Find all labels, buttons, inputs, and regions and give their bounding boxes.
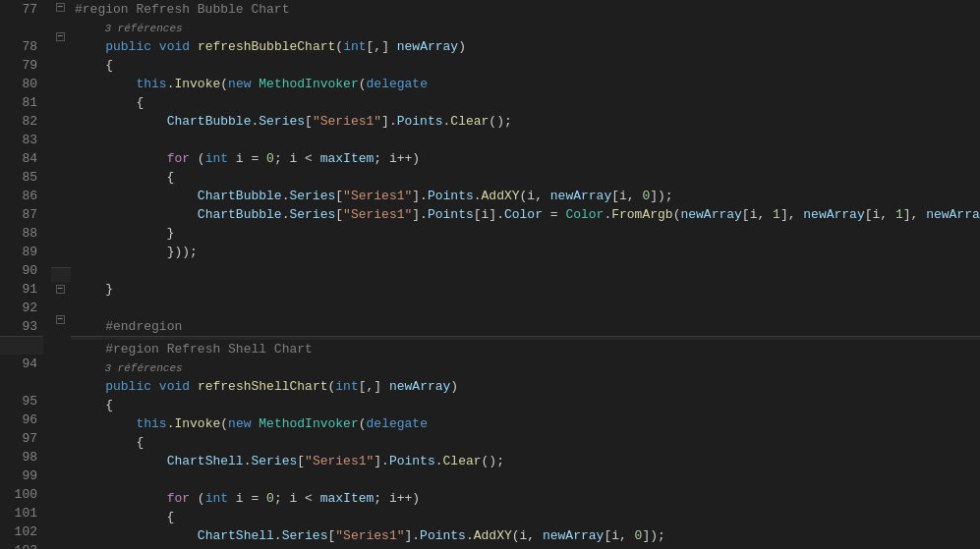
token: Points xyxy=(397,114,443,129)
line-number: 79 xyxy=(0,56,43,75)
token: ( xyxy=(190,151,205,166)
token: [,] xyxy=(359,379,389,394)
token xyxy=(75,245,167,259)
token: newArray xyxy=(389,379,450,394)
token: { xyxy=(75,170,174,185)
line-num-text: 92 xyxy=(22,299,37,317)
token: for xyxy=(167,151,190,166)
line-number: 81 xyxy=(0,93,43,112)
fold-cell[interactable]: − xyxy=(51,29,71,44)
token: i = xyxy=(228,151,266,166)
token: . xyxy=(167,416,175,431)
line-num-text: 94 xyxy=(22,355,37,373)
code-line: { xyxy=(71,508,980,526)
fold-cell[interactable]: − xyxy=(51,0,71,15)
token xyxy=(151,39,159,54)
token: [i, xyxy=(865,207,895,222)
line-num-text: 96 xyxy=(22,411,37,429)
token: Color xyxy=(565,207,604,222)
fold-marker-icon[interactable]: − xyxy=(56,315,65,324)
token: Series xyxy=(282,528,328,543)
line-num-text: 80 xyxy=(22,75,37,93)
token: 1 xyxy=(773,207,780,222)
token: AddXY xyxy=(474,528,512,543)
token: Points xyxy=(389,454,435,468)
token: . xyxy=(251,114,259,129)
token: ( xyxy=(673,207,681,222)
fold-cell xyxy=(51,534,71,549)
line-number: 102 xyxy=(0,522,43,541)
line-number: 103 xyxy=(0,541,43,549)
line-number: 101 xyxy=(0,504,43,522)
fold-marker-icon[interactable]: − xyxy=(56,285,65,294)
code-line: { xyxy=(71,56,980,75)
token: 0 xyxy=(266,491,274,506)
line-num-text: 77 xyxy=(22,0,37,19)
token: delegate xyxy=(367,77,428,91)
line-number: 84 xyxy=(0,149,43,168)
line-num-text: 90 xyxy=(22,261,37,280)
fold-cell xyxy=(51,415,71,430)
fold-gutter[interactable]: −−−− xyxy=(51,0,71,549)
fold-cell xyxy=(51,505,71,520)
token: public xyxy=(105,39,151,54)
token xyxy=(75,39,105,54)
token: for xyxy=(167,491,190,506)
token: ) xyxy=(450,379,458,394)
token: Invoke xyxy=(174,77,220,91)
fold-cell[interactable]: − xyxy=(51,312,71,327)
token xyxy=(75,151,167,166)
token: maxItem xyxy=(320,491,375,506)
code-line: ChartShell.Series["Series1"].Points[i].C… xyxy=(71,545,980,549)
token: void xyxy=(159,39,190,54)
token: [ xyxy=(297,454,305,468)
fold-marker-icon[interactable]: − xyxy=(56,3,65,12)
code-line: #endregion xyxy=(71,317,980,336)
fold-cell xyxy=(51,386,71,401)
token xyxy=(75,319,105,334)
token: . xyxy=(604,207,611,222)
token: [,] xyxy=(367,39,397,54)
token: . xyxy=(274,528,282,543)
token: Points xyxy=(420,528,466,543)
token: Clear xyxy=(450,114,489,129)
token: . xyxy=(167,77,175,91)
token: ]. xyxy=(405,528,421,543)
token: MethodInvoker xyxy=(259,77,358,91)
token: ( xyxy=(335,39,343,54)
code-line: #region Refresh Bubble Chart xyxy=(71,0,980,19)
token: ]. xyxy=(412,207,428,222)
token: ( xyxy=(359,416,367,431)
token: ( xyxy=(220,416,228,431)
code-line: 3 références xyxy=(71,19,980,37)
token: 0 xyxy=(266,151,274,166)
token xyxy=(75,207,198,222)
line-num-text: 83 xyxy=(22,131,37,149)
token xyxy=(75,77,136,91)
fold-cell xyxy=(51,75,71,89)
line-num-text: 100 xyxy=(15,485,37,504)
token: #region xyxy=(75,2,129,17)
token: (); xyxy=(482,454,504,468)
line-number: 91 xyxy=(0,280,43,299)
fold-cell xyxy=(51,252,71,267)
fold-cell[interactable]: − xyxy=(51,282,71,297)
code-line: ChartBubble.Series["Series1"].Points[i].… xyxy=(71,205,980,224)
token: ) xyxy=(458,39,466,54)
token: Clear xyxy=(443,454,482,468)
token: { xyxy=(75,58,113,73)
token: ], xyxy=(903,207,926,222)
token: } xyxy=(75,282,113,297)
fold-cell xyxy=(51,163,71,178)
token: newArray xyxy=(550,189,611,203)
token: "Series1" xyxy=(305,454,374,468)
line-num-text: 91 xyxy=(22,280,37,299)
token: int xyxy=(335,379,358,394)
fold-marker-icon[interactable]: − xyxy=(56,32,65,41)
fold-cell xyxy=(51,134,71,148)
token: . xyxy=(474,189,482,203)
code-line: ChartBubble.Series["Series1"].Points.Add… xyxy=(71,187,980,205)
line-num-text: 84 xyxy=(22,149,37,168)
token: [ xyxy=(327,528,335,543)
line-num-text: 79 xyxy=(22,56,37,75)
